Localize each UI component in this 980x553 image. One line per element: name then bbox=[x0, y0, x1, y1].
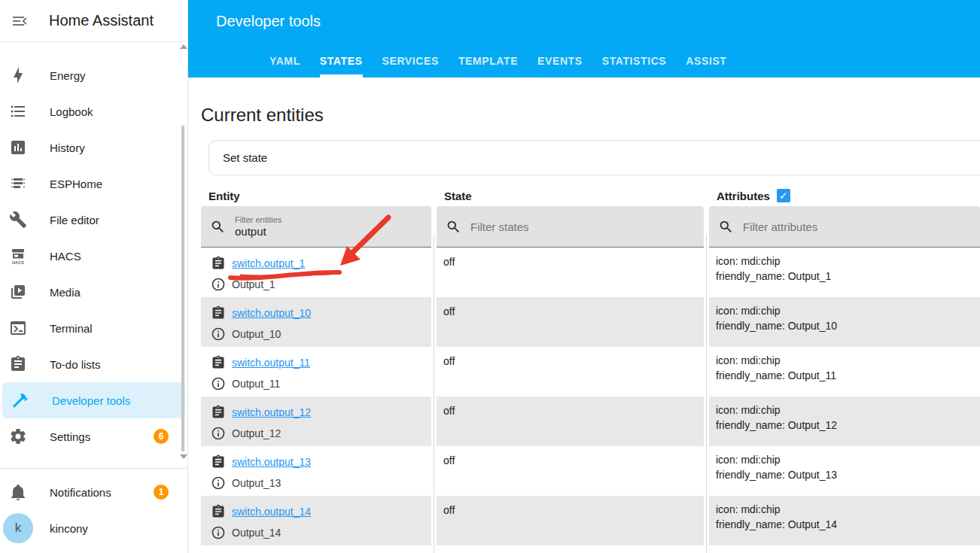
tab-yaml[interactable]: YAML bbox=[260, 44, 310, 77]
media-icon bbox=[9, 283, 27, 301]
entity-link[interactable]: switch.output_13 bbox=[232, 456, 311, 468]
sidebar-item-esphome[interactable]: ESPHome bbox=[0, 166, 187, 202]
info-icon[interactable] bbox=[211, 525, 226, 540]
tab-assist[interactable]: ASSIST bbox=[676, 44, 736, 77]
copy-entity-id-icon[interactable] bbox=[211, 504, 226, 519]
tab-template[interactable]: TEMPLATE bbox=[449, 44, 528, 77]
copy-entity-id-icon[interactable] bbox=[211, 256, 226, 271]
info-icon[interactable] bbox=[211, 277, 226, 292]
tab-label: TEMPLATE bbox=[458, 55, 518, 67]
attributes-checkbox[interactable]: ✓ bbox=[777, 189, 790, 202]
entity-friendly-name: Output_10 bbox=[232, 328, 281, 340]
avatar: k bbox=[3, 513, 33, 543]
hacs-icon: HACS bbox=[9, 247, 27, 265]
tab-statistics[interactable]: STATISTICS bbox=[592, 44, 677, 77]
energy-icon bbox=[9, 66, 27, 84]
attribute-line: icon: mdi:chip bbox=[716, 303, 980, 318]
attributes-cell: icon: mdi:chipfriendly_name: Output_1 bbox=[709, 248, 980, 297]
settings-icon bbox=[9, 427, 27, 445]
sidebar-item-notifications[interactable]: Notifications 1 bbox=[0, 474, 187, 510]
table-header: Entity State Attributes ✓ bbox=[201, 185, 980, 206]
table-row: switch.output_12Output_12officon: mdi:ch… bbox=[201, 397, 980, 446]
info-icon[interactable] bbox=[211, 426, 226, 441]
column-header-state: State bbox=[444, 190, 472, 202]
set-state-panel[interactable]: Set state bbox=[208, 140, 980, 175]
attribute-line: friendly_name: Output_12 bbox=[716, 418, 980, 433]
search-icon bbox=[210, 219, 226, 235]
sidebar-item-logbook[interactable]: Logbook bbox=[0, 93, 187, 129]
filter-entities-label: Filter entities bbox=[235, 215, 282, 225]
entity-link[interactable]: switch.output_10 bbox=[232, 307, 311, 319]
attribute-line: icon: mdi:chip bbox=[716, 353, 980, 368]
entity-link[interactable]: switch.output_12 bbox=[232, 406, 311, 418]
scrollbar-down-arrow-icon[interactable] bbox=[180, 454, 187, 459]
sidebar-item-label: Logbook bbox=[50, 105, 93, 118]
table-row: switch.output_10Output_10officon: mdi:ch… bbox=[201, 297, 980, 347]
entity-cell: switch.output_11Output_11 bbox=[201, 347, 431, 397]
sidebar-item-label: HACS bbox=[50, 250, 81, 263]
attributes-cell: icon: mdi:chipfriendly_name: Output_13 bbox=[709, 446, 980, 496]
entity-friendly-name: Output_12 bbox=[232, 427, 281, 439]
sidebar-item-energy[interactable]: Energy bbox=[0, 57, 187, 93]
sidebar-item-file-editor[interactable]: File editor bbox=[0, 202, 187, 238]
sidebar-item-badge: 6 bbox=[154, 429, 169, 444]
entity-cell: switch.output_1Output_1 bbox=[201, 248, 431, 297]
bell-icon bbox=[9, 483, 27, 501]
copy-entity-id-icon[interactable] bbox=[211, 405, 226, 420]
filter-states-placeholder: Filter states bbox=[470, 220, 529, 233]
entity-cell: switch.output_12Output_12 bbox=[201, 397, 431, 446]
tab-states[interactable]: STATES bbox=[310, 44, 373, 77]
copy-entity-id-icon[interactable] bbox=[211, 454, 226, 469]
tab-services[interactable]: SERVICES bbox=[373, 44, 449, 77]
sidebar-item-history[interactable]: History bbox=[0, 129, 187, 166]
copy-entity-id-icon[interactable] bbox=[211, 355, 226, 370]
attributes-cell: icon: mdi:chipfriendly_name: Output_10 bbox=[709, 297, 980, 347]
sidebar-item-hacs[interactable]: HACSHACS bbox=[0, 238, 187, 274]
sidebar-item-terminal[interactable]: Terminal bbox=[0, 310, 187, 346]
attribute-line: icon: mdi:chip bbox=[716, 403, 980, 418]
sidebar-toggle-icon[interactable] bbox=[11, 12, 29, 30]
attribute-line: friendly_name: Output_1 bbox=[716, 269, 980, 284]
column-divider bbox=[434, 234, 434, 553]
sidebar-item-media[interactable]: Media bbox=[0, 274, 187, 310]
wrench-icon bbox=[9, 211, 27, 229]
attribute-line: icon: mdi:chip bbox=[716, 502, 980, 517]
sidebar-item-user[interactable]: k kincony bbox=[0, 510, 187, 546]
info-icon[interactable] bbox=[211, 476, 226, 491]
sidebar-menu: EnergyLogbookHistoryESPHomeFile editorHA… bbox=[0, 43, 187, 468]
filter-row: Filter entities output Filter states Fil… bbox=[201, 206, 980, 248]
table-row: switch.output_14Output_14officon: mdi:ch… bbox=[201, 496, 980, 545]
entity-link[interactable]: switch.output_14 bbox=[232, 506, 311, 518]
todo-lists-icon bbox=[9, 355, 27, 373]
sidebar-item-label: History bbox=[50, 141, 85, 154]
tab-events[interactable]: EVENTS bbox=[528, 44, 592, 77]
notifications-badge: 1 bbox=[154, 485, 169, 500]
sidebar-header: Home Assistant bbox=[0, 0, 187, 42]
state-cell: off bbox=[437, 496, 704, 545]
entity-cell: switch.output_10Output_10 bbox=[201, 297, 431, 347]
sidebar-item-partial[interactable] bbox=[0, 43, 187, 57]
sidebar-scrollbar-thumb[interactable] bbox=[181, 126, 184, 451]
entity-link[interactable]: switch.output_11 bbox=[232, 357, 310, 369]
sidebar-item-to-do-lists[interactable]: To-do lists bbox=[0, 346, 187, 382]
state-cell: off bbox=[437, 397, 704, 446]
page-title: Developer tools bbox=[216, 13, 321, 30]
filter-entities-input[interactable]: Filter entities output bbox=[201, 206, 431, 248]
column-header-attributes: Attributes bbox=[717, 190, 770, 202]
info-icon[interactable] bbox=[211, 327, 226, 342]
state-cell: off bbox=[437, 446, 704, 496]
state-cell: off bbox=[437, 347, 704, 397]
copy-entity-id-icon[interactable] bbox=[211, 305, 226, 321]
entity-link[interactable]: switch.output_1 bbox=[232, 257, 305, 269]
scrollbar-up-arrow-icon[interactable] bbox=[180, 44, 187, 49]
sidebar: Home Assistant EnergyLogbookHistoryESPHo… bbox=[0, 0, 188, 553]
sidebar-item-label: File editor bbox=[50, 214, 99, 226]
developer-tools-icon bbox=[11, 391, 29, 409]
sidebar-item-label: ESPHome bbox=[50, 178, 102, 190]
filter-attributes-input[interactable]: Filter attributes bbox=[709, 206, 980, 248]
esphome-icon bbox=[9, 175, 27, 193]
sidebar-item-settings[interactable]: Settings6 bbox=[0, 418, 187, 454]
filter-states-input[interactable]: Filter states bbox=[437, 206, 704, 248]
sidebar-item-developer-tools[interactable]: Developer tools bbox=[2, 382, 185, 418]
info-icon[interactable] bbox=[211, 376, 226, 391]
